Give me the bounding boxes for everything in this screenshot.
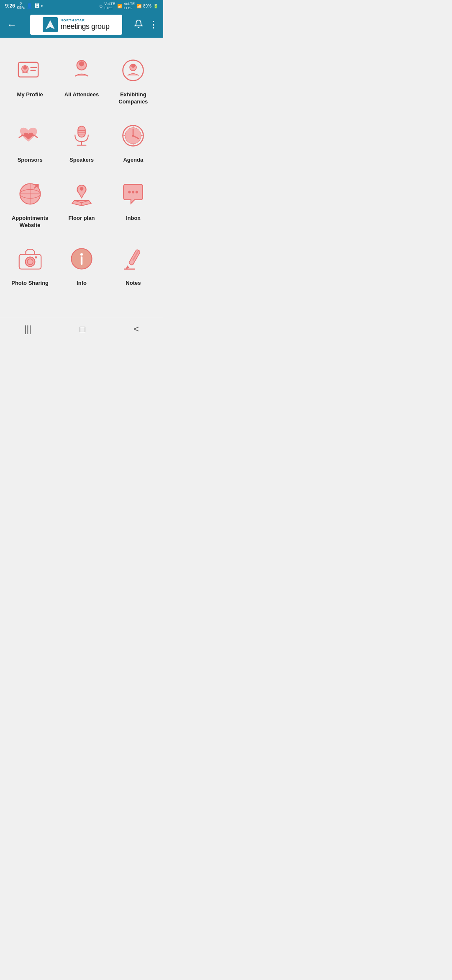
inbox-icon	[116, 177, 150, 211]
appointments-website-label: Appointments Website	[8, 215, 52, 229]
home-button[interactable]: □	[72, 320, 94, 338]
agenda-item[interactable]: Agenda	[108, 111, 159, 170]
svg-point-36	[136, 191, 138, 193]
main-content: My Profile All Attendees	[0, 38, 163, 301]
top-nav: ← NORTHSTAR meetings group ⋮	[0, 12, 163, 38]
gallery-icon: 🖼	[34, 3, 39, 9]
logo-text: NORTHSTAR meetings group	[60, 19, 109, 31]
signal2-icon: 📶	[136, 4, 141, 8]
floor-plan-item[interactable]: Floor plan	[56, 170, 107, 235]
svg-rect-13	[78, 126, 85, 137]
notification-bell-button[interactable]	[134, 19, 143, 31]
back-nav-button[interactable]: <	[125, 320, 147, 338]
logo-icon	[43, 17, 58, 32]
all-attendees-label: All Attendees	[64, 91, 99, 98]
speakers-label: Speakers	[69, 157, 94, 164]
svg-point-35	[132, 191, 134, 193]
exhibiting-companies-item[interactable]: Exhibiting Companies	[108, 46, 159, 111]
svg-point-38	[25, 257, 35, 267]
all-attendees-icon	[65, 54, 98, 87]
battery-icon: 🔋	[153, 4, 158, 8]
data-indicator: 0KB/s	[17, 2, 25, 10]
recent-apps-button[interactable]: |||	[16, 320, 40, 338]
appointments-website-item[interactable]: Appointments Website	[4, 170, 56, 235]
appointments-website-icon	[13, 177, 47, 211]
photo-sharing-item[interactable]: Photo Sharing	[4, 235, 56, 293]
nav-action-icons: ⋮	[134, 19, 158, 31]
exhibiting-companies-label: Exhibiting Companies	[111, 91, 156, 106]
svg-point-7	[23, 66, 27, 70]
logo-meetings: meetings group	[60, 23, 109, 31]
icon-grid: My Profile All Attendees	[4, 46, 159, 293]
status-bar: 9:26 0KB/s 👤 🖼 • ⊙ VoLTELTE1 📶 VoLTELTE2…	[0, 0, 163, 12]
floor-plan-label: Floor plan	[69, 215, 95, 222]
svg-point-34	[128, 191, 131, 193]
photo-sharing-icon	[13, 242, 47, 276]
svg-point-9	[79, 61, 84, 66]
lte1-label: VoLTELTE1	[104, 2, 115, 10]
bottom-nav-bar: ||| □ <	[0, 318, 163, 340]
my-profile-item[interactable]: My Profile	[4, 46, 56, 111]
sim-icon: 👤	[26, 3, 33, 9]
info-icon	[65, 242, 98, 276]
svg-point-23	[132, 134, 134, 137]
info-label: Info	[77, 280, 87, 287]
app-logo: NORTHSTAR meetings group	[30, 15, 122, 35]
svg-point-42	[80, 253, 83, 256]
sponsors-label: Sponsors	[18, 157, 43, 164]
wifi-icon: ⊙	[99, 4, 103, 8]
all-attendees-item[interactable]: All Attendees	[56, 46, 107, 111]
agenda-icon	[116, 119, 150, 152]
my-profile-icon	[13, 54, 47, 87]
exhibiting-companies-icon	[116, 54, 150, 87]
inbox-label: Inbox	[126, 215, 141, 222]
photo-sharing-label: Photo Sharing	[11, 280, 49, 287]
back-button[interactable]: ←	[5, 17, 18, 32]
speakers-item[interactable]: Speakers	[56, 111, 107, 170]
notes-item[interactable]: Notes	[108, 235, 159, 293]
sponsors-item[interactable]: Sponsors	[4, 111, 56, 170]
agenda-label: Agenda	[123, 157, 143, 164]
status-time: 9:26 0KB/s 👤 🖼 •	[5, 2, 43, 10]
signal1-icon: 📶	[117, 4, 122, 8]
svg-point-33	[80, 187, 84, 191]
notes-label: Notes	[126, 280, 141, 287]
status-indicators: ⊙ VoLTELTE1 📶 VoLTELTE2 📶 89% 🔋	[99, 2, 158, 10]
info-item[interactable]: Info	[56, 235, 107, 293]
dot-indicator: •	[41, 3, 43, 9]
notes-icon	[116, 242, 150, 276]
more-options-button[interactable]: ⋮	[149, 19, 158, 30]
svg-point-40	[35, 256, 37, 258]
time-display: 9:26	[5, 3, 15, 9]
inbox-item[interactable]: Inbox	[108, 170, 159, 235]
my-profile-label: My Profile	[17, 91, 43, 98]
svg-point-12	[131, 64, 135, 68]
speakers-icon	[65, 119, 98, 152]
floor-plan-icon	[65, 177, 98, 211]
lte2-label: VoLTELTE2	[124, 2, 135, 10]
sponsors-icon	[13, 119, 47, 152]
battery-label: 89%	[143, 4, 152, 8]
